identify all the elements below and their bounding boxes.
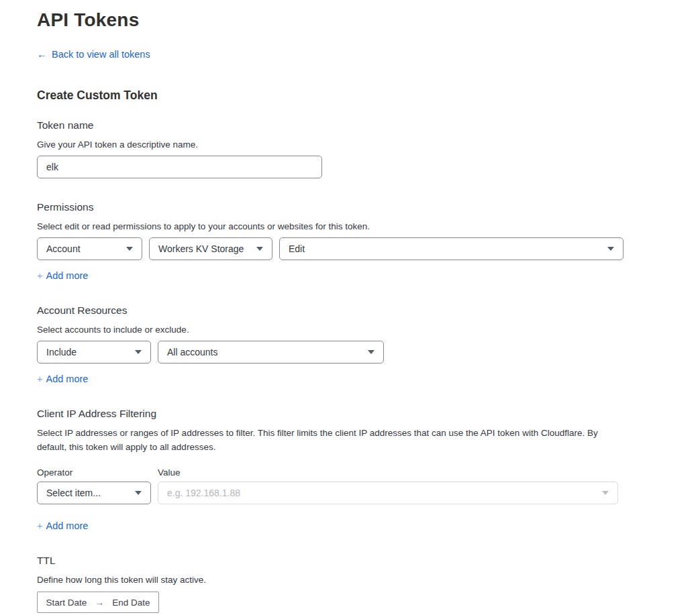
permission-scope-select[interactable]: Account <box>37 237 142 260</box>
permissions-row: Account Workers KV Storage Edit <box>37 237 700 260</box>
value-label: Value <box>158 467 181 478</box>
arrow-right-icon: → <box>95 597 104 608</box>
add-more-label: Add more <box>46 270 88 281</box>
permission-resource-value: Workers KV Storage <box>158 243 244 254</box>
add-more-label: Add more <box>46 520 88 531</box>
account-resources-add-more-link[interactable]: +Add more <box>37 374 88 384</box>
back-to-tokens-link[interactable]: ← Back to view all tokens <box>37 48 150 60</box>
ip-filtering-add-more-link[interactable]: +Add more <box>37 520 88 531</box>
ttl-date-range-picker[interactable]: Start Date → End Date <box>37 592 159 613</box>
account-resources-description: Select accounts to include or exclude. <box>37 323 700 337</box>
plus-icon: + <box>37 520 42 531</box>
token-name-section: Token name Give your API token a descrip… <box>37 119 700 178</box>
permissions-add-more-link[interactable]: +Add more <box>37 270 88 281</box>
token-name-description: Give your API token a descriptive name. <box>37 137 700 152</box>
ip-operator-value: Select item... <box>46 488 101 498</box>
create-custom-token-heading: Create Custom Token <box>37 89 700 103</box>
permission-access-select[interactable]: Edit <box>279 237 623 260</box>
ip-filtering-section: Client IP Address Filtering Select IP ad… <box>37 408 700 532</box>
add-more-label: Add more <box>46 374 88 384</box>
page-title: API Tokens <box>37 9 700 31</box>
ip-value-placeholder: e.g. 192.168.1.88 <box>167 488 240 498</box>
api-tokens-page: API Tokens ← Back to view all tokens Cre… <box>0 0 700 615</box>
permissions-description: Select edit or read permissions to apply… <box>37 219 700 233</box>
ttl-section: TTL Define how long this token will stay… <box>37 555 700 613</box>
back-arrow-icon: ← <box>37 48 47 60</box>
ttl-description: Define how long this token will stay act… <box>37 573 700 587</box>
account-resources-label: Account Resources <box>37 304 700 317</box>
token-name-input[interactable] <box>37 156 322 178</box>
chevron-down-icon <box>135 491 142 495</box>
account-resources-row: Include All accounts <box>37 341 700 364</box>
chevron-down-icon <box>135 350 142 354</box>
plus-icon: + <box>37 270 42 281</box>
back-link-label: Back to view all tokens <box>52 49 150 60</box>
resource-mode-value: Include <box>46 347 77 357</box>
permission-access-value: Edit <box>289 243 305 254</box>
chevron-down-icon <box>368 350 374 354</box>
chevron-down-icon <box>602 491 609 495</box>
chevron-down-icon <box>256 247 263 251</box>
plus-icon: + <box>37 374 42 384</box>
ip-operator-select[interactable]: Select item... <box>37 482 151 504</box>
chevron-down-icon <box>607 247 614 251</box>
start-date-field: Start Date <box>46 598 87 608</box>
ip-filtering-description: Select IP addresses or ranges of IP addr… <box>37 426 626 454</box>
resource-selection-value: All accounts <box>167 347 217 357</box>
permission-resource-select[interactable]: Workers KV Storage <box>149 237 272 260</box>
operator-label: Operator <box>37 467 158 478</box>
permission-scope-value: Account <box>46 243 81 254</box>
resource-mode-select[interactable]: Include <box>37 341 151 364</box>
permissions-label: Permissions <box>37 201 700 213</box>
ip-filtering-row: Select item... e.g. 192.168.1.88 <box>37 482 700 504</box>
ip-value-combobox[interactable]: e.g. 192.168.1.88 <box>158 482 618 504</box>
ip-filtering-label: Client IP Address Filtering <box>37 408 700 420</box>
account-resources-section: Account Resources Select accounts to inc… <box>37 304 700 385</box>
chevron-down-icon <box>126 247 133 251</box>
token-name-label: Token name <box>37 119 700 131</box>
ip-filtering-sublabels: Operator Value <box>37 467 700 478</box>
permissions-section: Permissions Select edit or read permissi… <box>37 201 700 282</box>
ttl-label: TTL <box>37 555 700 567</box>
end-date-field: End Date <box>112 598 150 608</box>
resource-selection-select[interactable]: All accounts <box>158 341 384 364</box>
